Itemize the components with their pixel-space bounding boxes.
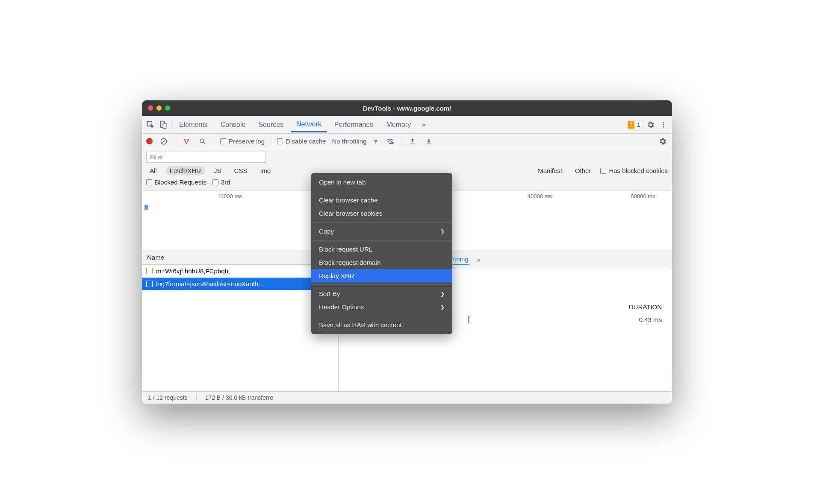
filter-type-css[interactable]: CSS [231,166,251,175]
has-blocked-cookies-checkbox[interactable]: Has blocked cookies [600,167,668,174]
menu-item-copy[interactable]: Copy❯ [311,225,452,238]
filter-type-manifest[interactable]: Manifest [534,166,566,175]
svg-point-10 [389,143,391,144]
request-list-panel: Name m=Wt6vjf,hhhU8,FCpbqb, log?format=j… [142,250,339,391]
chevron-right-icon: ❯ [440,291,445,297]
menu-item-clear-browser-cookies[interactable]: Clear browser cookies [311,207,452,220]
duration-header: DURATION [629,303,662,311]
network-settings-icon[interactable] [658,136,668,147]
menu-item-sort-by[interactable]: Sort By❯ [311,287,452,300]
svg-point-3 [663,122,664,123]
third-party-checkbox[interactable]: 3rd [212,179,230,186]
divider [171,120,171,129]
titlebar: DevTools - www.google.com/ [142,100,672,116]
svg-point-8 [200,139,204,143]
devtools-window: DevTools - www.google.com/ Elements Cons… [142,100,672,404]
record-button[interactable] [146,138,153,144]
xhr-file-icon [146,281,153,287]
upload-har-icon[interactable] [407,136,418,147]
network-conditions-icon[interactable] [385,136,395,147]
context-menu: Open in new tabClear browser cacheClear … [311,173,452,334]
download-har-icon[interactable] [424,136,434,147]
tab-memory[interactable]: Memory [381,117,416,132]
menu-separator [311,191,452,191]
request-count: 1 / 12 requests [148,394,188,401]
tab-sources[interactable]: Sources [253,117,289,132]
filter-input[interactable]: Filter [146,152,266,163]
svg-point-4 [663,124,664,125]
filter-type-fetch-xhr[interactable]: Fetch/XHR [166,166,204,175]
menu-item-save-all-as-har-with-content[interactable]: Save all as HAR with content [311,318,452,331]
menu-separator [311,240,452,240]
menu-item-replay-xhr[interactable]: Replay XHR [311,269,452,282]
filter-type-other[interactable]: Other [572,166,595,175]
clear-icon[interactable] [159,136,169,147]
filter-type-all[interactable]: All [146,166,160,175]
more-detail-tabs-icon[interactable]: » [477,256,481,263]
menu-item-block-request-url[interactable]: Block request URL [311,243,452,256]
throttling-select[interactable]: No throttling [332,138,366,145]
svg-point-5 [663,126,664,127]
menu-separator [311,284,452,285]
menu-separator [311,222,452,223]
traffic-lights [148,105,170,111]
request-row[interactable]: log?format=json&hasfast=true&auth... [142,278,338,290]
tab-performance[interactable]: Performance [329,117,379,132]
minimize-window-button[interactable] [156,105,162,111]
menu-separator [311,316,452,316]
more-tabs-icon[interactable]: » [419,120,429,130]
transferred-bytes: 172 B / 30.0 kB transferre [205,394,274,401]
main-tabs: Elements Console Sources Network Perform… [142,116,672,134]
close-window-button[interactable] [148,105,153,111]
settings-icon[interactable] [646,120,656,130]
chevron-right-icon: ❯ [440,229,445,234]
kebab-menu-icon[interactable] [658,120,669,130]
filter-type-img[interactable]: Img [257,166,274,175]
svg-rect-2 [163,123,166,128]
svg-line-9 [204,142,205,144]
menu-item-clear-browser-cache[interactable]: Clear browser cache [311,193,452,207]
window-title: DevTools - www.google.com/ [142,105,672,112]
inspect-element-icon[interactable] [145,120,156,130]
disable-cache-checkbox[interactable]: Disable cache [277,138,326,145]
filter-type-js[interactable]: JS [210,166,225,175]
warning-badge[interactable]: ! 1 [627,120,643,129]
tab-network[interactable]: Network [291,117,327,132]
queueing-bar [468,316,469,323]
timeline-marker [145,205,148,210]
tab-elements[interactable]: Elements [174,117,213,132]
tab-console[interactable]: Console [215,117,251,132]
menu-item-open-in-new-tab[interactable]: Open in new tab [311,176,452,189]
script-file-icon [146,268,153,274]
filter-icon[interactable] [181,136,192,147]
status-bar: 1 / 12 requests 172 B / 30.0 kB transfer… [142,391,672,404]
maximize-window-button[interactable] [165,105,170,111]
name-column-header[interactable]: Name [142,250,338,265]
svg-line-7 [162,139,166,143]
chevron-right-icon: ❯ [440,304,445,310]
request-row[interactable]: m=Wt6vjf,hhhU8,FCpbqb, [142,265,338,278]
blocked-requests-checkbox[interactable]: Blocked Requests [146,179,206,186]
device-toggle-icon[interactable] [158,120,168,130]
menu-item-header-options[interactable]: Header Options❯ [311,300,452,314]
queueing-duration: 0.43 ms [639,316,662,323]
dropdown-icon[interactable]: ▼ [372,138,379,145]
network-toolbar: Preserve log Disable cache No throttling… [142,134,672,149]
preserve-log-checkbox[interactable]: Preserve log [220,138,265,145]
search-icon[interactable] [198,136,208,147]
menu-item-block-request-domain[interactable]: Block request domain [311,256,452,269]
